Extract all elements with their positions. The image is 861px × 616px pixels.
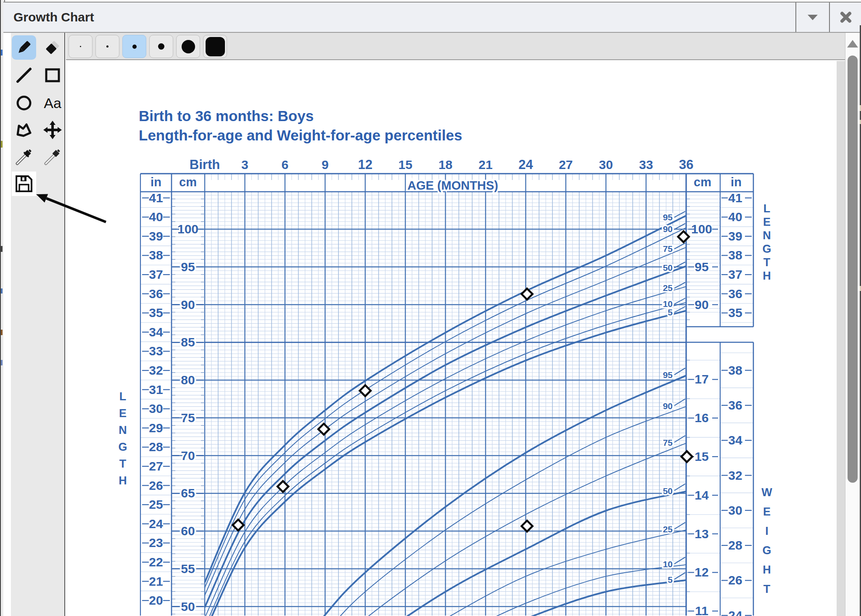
window-title: Growth Chart — [13, 10, 94, 24]
brush-size-3-button[interactable] — [122, 35, 146, 58]
polygon-tool-button[interactable] — [12, 118, 36, 142]
eraser-tool-button[interactable] — [40, 35, 65, 60]
up-arrow-icon — [847, 40, 858, 48]
brush-size-toolbar — [66, 33, 845, 60]
eyedropper-alt-icon — [43, 147, 62, 167]
title-bar: Growth Chart — [3, 2, 861, 33]
sliver-fragment — [1, 246, 3, 252]
sliver-fragment — [1, 360, 3, 365]
pencil-tool-button[interactable] — [12, 35, 36, 60]
ellipse-tool-button[interactable] — [12, 91, 36, 115]
brush-size-4-button[interactable] — [149, 35, 173, 58]
rectangle-tool-button[interactable] — [40, 63, 65, 87]
brush-dot-icon — [182, 40, 195, 53]
brush-size-2-button[interactable] — [95, 35, 119, 58]
brush-dot-icon — [106, 45, 108, 48]
brush-size-5-button[interactable] — [176, 35, 200, 58]
panel-margin — [3, 33, 11, 616]
close-icon — [840, 11, 852, 24]
polygon-icon — [14, 120, 34, 140]
close-button[interactable] — [829, 3, 861, 32]
brush-size-6-button[interactable] — [203, 35, 227, 58]
save-icon — [13, 173, 34, 194]
vertical-scrollbar[interactable] — [845, 33, 860, 616]
sliver-fragment — [1, 141, 3, 148]
sliver-fragment — [1, 288, 3, 293]
scrollbar-thumb[interactable] — [848, 56, 858, 483]
ellipse-icon — [14, 93, 34, 113]
tool-palette: Aa — [3, 33, 65, 616]
move-icon — [43, 120, 62, 140]
brush-dot-icon — [80, 46, 81, 47]
save-tool-button[interactable] — [12, 172, 36, 196]
pencil-icon — [14, 38, 34, 57]
eyedropper-icon — [14, 147, 34, 167]
line-icon — [14, 66, 34, 85]
move-tool-button[interactable] — [40, 118, 65, 142]
canvas-margin — [837, 61, 845, 616]
eyedropper-alt-tool-button[interactable] — [40, 145, 65, 169]
eyedropper-tool-button[interactable] — [12, 145, 36, 169]
brush-dot-icon — [158, 43, 164, 50]
rectangle-icon — [43, 66, 62, 85]
scroll-up-button[interactable] — [845, 36, 860, 51]
sliver-fragment — [1, 50, 3, 56]
line-tool-button[interactable] — [12, 63, 36, 87]
text-tool-label: Aa — [44, 95, 61, 111]
minimize-icon — [807, 14, 818, 21]
brush-square-icon — [206, 37, 225, 56]
minimize-button[interactable] — [795, 3, 829, 32]
brush-size-1-button[interactable] — [69, 35, 92, 58]
eraser-icon — [43, 38, 62, 57]
brush-dot-icon — [132, 45, 137, 49]
sliver-fragment — [1, 330, 3, 335]
text-tool-button[interactable]: Aa — [40, 91, 65, 115]
paint-canvas[interactable] — [66, 61, 837, 616]
